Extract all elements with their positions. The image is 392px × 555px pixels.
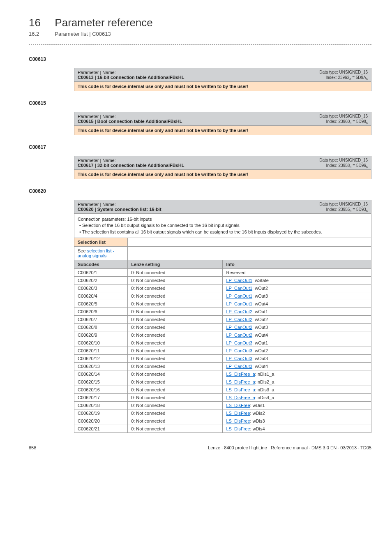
setting-cell: 0: Not connected [128, 409, 223, 417]
meta-type: Data type: UNSIGNED_16 [319, 70, 368, 74]
info-link[interactable]: LP_CanOut2 [226, 309, 252, 314]
subcode-cell: C00620/2 [74, 277, 128, 284]
table-row: C00620/15 0: Not connected LS_DisFree_a:… [74, 378, 371, 386]
table-row: C00620/19 0: Not connected LS_DisFree: w… [74, 409, 371, 417]
info-link[interactable]: LS_DisFree_a [226, 379, 255, 384]
setting-cell: 0: Not connected [128, 316, 223, 324]
info-cell: LS_DisFree: wDis1 [223, 402, 371, 409]
parameter-table: Parameter | Name: C00613 | 16-bit connec… [74, 68, 371, 91]
parameter-label: Parameter | Name: [78, 202, 116, 207]
code-heading: C00615 [29, 100, 371, 106]
info-cell: LP_CanOut2: wOut4 [223, 331, 371, 339]
page-number: 858 [29, 445, 36, 450]
info-link[interactable]: LP_CanOut3 [226, 340, 252, 345]
parameter-meta: Data type: UNSIGNED_16 Index: 23960d = 5… [319, 114, 368, 125]
col-subcodes: Subcodes [74, 260, 128, 269]
info-link[interactable]: LP_CanOut1 [226, 278, 252, 283]
info-cell: LS_DisFree_a: nDis2_a [223, 378, 371, 386]
parameter-label: Parameter | Name: [78, 70, 116, 75]
subcode-cell: C00620/12 [74, 355, 128, 363]
code-heading: C00617 [29, 144, 371, 150]
parameter-label: Parameter | Name: [78, 114, 116, 119]
table-row: C00620/10 0: Not connected LP_CanOut3: w… [74, 339, 371, 347]
page-header: 16 Parameter reference 16.2 Parameter li… [29, 16, 371, 37]
info-cell: LS_DisFree_a: nDis3_a [223, 386, 371, 394]
parameter-header-cell: Parameter | Name: C00613 | 16-bit connec… [74, 68, 371, 82]
table-row: C00620/2 0: Not connected LP_CanOut1: wS… [74, 277, 371, 284]
table-row: C00620/6 0: Not connected LP_CanOut2: wO… [74, 308, 371, 316]
subcode-cell: C00620/3 [74, 284, 128, 292]
info-link[interactable]: LP_CanOut1 [226, 301, 252, 306]
info-rest: : wDis1 [250, 403, 265, 408]
info-rest: : nDis3_a [255, 387, 274, 392]
setting-cell: 0: Not connected [128, 284, 223, 292]
subcode-cell: C00620/19 [74, 409, 128, 417]
info-rest: : wOut2 [252, 286, 268, 291]
info-link[interactable]: LP_CanOut3 [226, 348, 252, 353]
meta-index: Index: 23955d = 5D93h [326, 207, 368, 212]
info-cell: LP_CanOut3: wOut1 [223, 339, 371, 347]
info-link[interactable]: LP_CanOut3 [226, 364, 252, 369]
subcode-cell: C00620/6 [74, 308, 128, 316]
info-rest: : wOut4 [252, 333, 268, 338]
info-link[interactable]: LS_DisFree [226, 411, 250, 416]
info-link[interactable]: LP_CanOut1 [226, 294, 252, 298]
info-rest: : wOut2 [252, 348, 268, 353]
info-rest: : wState [252, 278, 269, 283]
meta-index: Index: 23960d = 5D98h [326, 119, 368, 124]
info-link[interactable]: LS_DisFree_a [226, 372, 255, 377]
setting-cell: 0: Not connected [128, 339, 223, 347]
setting-cell: 0: Not connected [128, 417, 223, 425]
info-link[interactable]: LS_DisFree_a [226, 387, 255, 392]
setting-cell: 0: Not connected [128, 277, 223, 284]
parameter-name: C00613 | 16-bit connection table Additio… [78, 75, 184, 80]
info-link[interactable]: LP_CanOut2 [226, 333, 252, 338]
info-cell: LP_CanOut2: wOut3 [223, 324, 371, 331]
table-row: C00620/1 0: Not connected Reserved [74, 269, 371, 277]
table-row: C00620/14 0: Not connected LS_DisFree_a:… [74, 370, 371, 378]
parameter-block-detail: Parameter | Name: C00620 | System connec… [74, 200, 371, 433]
info-rest: : wOut4 [252, 364, 268, 369]
info-link[interactable]: LS_DisFree_a [226, 395, 255, 400]
parameter-table: Parameter | Name: C00617 | 32-bit connec… [74, 156, 371, 179]
info-rest: : wOut1 [252, 309, 268, 314]
subcode-cell: C00620/5 [74, 300, 128, 308]
info-cell: LP_CanOut1: wOut3 [223, 292, 371, 300]
setting-cell: 0: Not connected [128, 300, 223, 308]
info-link[interactable]: LS_DisFree [226, 403, 250, 408]
page-footer: 858 Lenze · 8400 protec HighLine · Refer… [29, 445, 371, 450]
empty-cell [128, 238, 371, 247]
info-link[interactable]: LS_DisFree [226, 419, 250, 423]
setting-cell: 0: Not connected [128, 324, 223, 331]
meta-index: Index: 23962d = 5D9Ah [325, 75, 368, 80]
section-title: Parameter list | C00613 [55, 31, 111, 37]
info-link[interactable]: LP_CanOut2 [226, 325, 252, 330]
subcode-cell: C00620/9 [74, 331, 128, 339]
meta-type: Data type: UNSIGNED_16 [319, 202, 368, 206]
info-cell: LP_CanOut3: wOut4 [223, 363, 371, 370]
info-rest: : wOut1 [252, 340, 268, 345]
col-info: Info [223, 260, 371, 269]
subcode-cell: C00620/17 [74, 394, 128, 402]
setting-cell: 0: Not connected [128, 331, 223, 339]
info-cell: LP_CanOut1: wOut2 [223, 284, 371, 292]
code-heading: C00620 [29, 188, 371, 194]
selection-list-header: Selection list [74, 238, 128, 247]
info-link[interactable]: LP_CanOut2 [226, 317, 252, 322]
info-link[interactable]: LS_DisFree [226, 426, 250, 431]
table-row: C00620/16 0: Not connected LS_DisFree_a:… [74, 386, 371, 394]
warning-text: This code is for device-internal use onl… [74, 126, 371, 135]
info-rest: : wOut4 [252, 301, 268, 306]
info-link[interactable]: LP_CanOut1 [226, 286, 252, 291]
info-cell: LP_CanOut2: wOut2 [223, 316, 371, 324]
table-row: C00620/18 0: Not connected LS_DisFree: w… [74, 402, 371, 409]
parameter-block: Parameter | Name: C00613 | 16-bit connec… [74, 68, 371, 91]
parameter-header-cell: Parameter | Name: C00617 | 32-bit connec… [74, 156, 371, 170]
info-link[interactable]: LP_CanOut3 [226, 356, 252, 361]
info-rest: : nDis1_a [255, 372, 274, 377]
parameter-meta: Data type: UNSIGNED_16 Index: 23962d = 5… [319, 70, 368, 81]
warning-text: This code is for device-internal use onl… [74, 82, 371, 91]
selection-list-body: See selection list - analog signals [74, 247, 128, 260]
setting-cell: 0: Not connected [128, 394, 223, 402]
chapter-title: Parameter reference [55, 16, 152, 29]
